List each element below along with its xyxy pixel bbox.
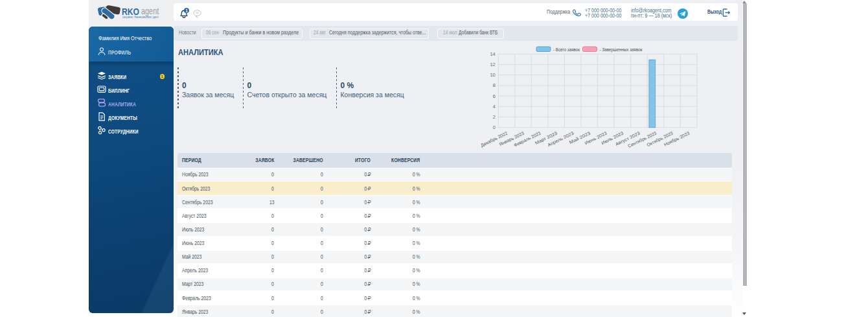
svg-text:8: 8 [493, 82, 496, 88]
svg-text:2: 2 [493, 114, 496, 120]
svg-text:- Завершенных заявок: - Завершенных заявок [600, 47, 643, 53]
svg-text:6: 6 [493, 93, 496, 99]
svg-text:12: 12 [490, 62, 495, 67]
svg-text:1: 1 [185, 8, 188, 14]
svg-text:- Всего заявок: - Всего заявок [553, 47, 580, 53]
svg-text:4: 4 [493, 104, 496, 110]
svg-text:14: 14 [490, 51, 495, 57]
svg-text:0: 0 [493, 124, 496, 130]
svg-text:10: 10 [490, 72, 495, 78]
